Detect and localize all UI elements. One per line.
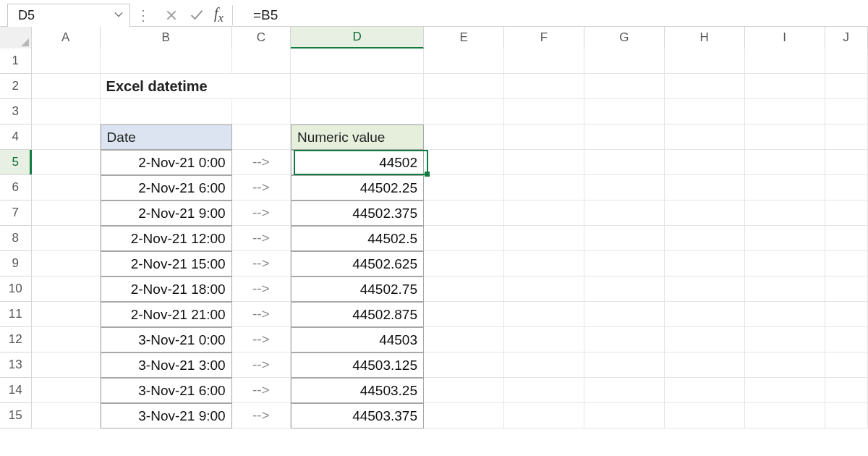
row-header-9[interactable]: 9 (0, 251, 32, 276)
header-date[interactable]: Date (101, 124, 232, 150)
cell-D9[interactable]: 44502.625 (291, 251, 424, 276)
cell-H13[interactable] (665, 352, 745, 378)
cell-J3[interactable] (825, 99, 869, 124)
col-header-F[interactable]: F (504, 27, 584, 48)
cell-F11[interactable] (504, 302, 584, 327)
cell-G3[interactable] (584, 99, 665, 124)
cell-H15[interactable] (665, 403, 745, 428)
cell-E14[interactable] (424, 378, 504, 403)
cell-B1[interactable] (101, 48, 232, 74)
cell-C12[interactable]: --> (232, 327, 291, 352)
cell-F13[interactable] (504, 352, 584, 378)
cell-C13[interactable]: --> (232, 352, 291, 378)
row-header-3[interactable]: 3 (0, 99, 32, 124)
row-header-10[interactable]: 10 (0, 276, 32, 302)
col-header-A[interactable]: A (32, 27, 101, 48)
cell-I5[interactable] (745, 150, 825, 175)
cell-I13[interactable] (745, 352, 825, 378)
chevron-down-icon[interactable] (114, 9, 124, 22)
cell-J2[interactable] (825, 74, 869, 99)
cell-F15[interactable] (504, 403, 584, 428)
cell-G13[interactable] (584, 352, 665, 378)
cell-I2[interactable] (745, 74, 825, 99)
col-header-G[interactable]: G (584, 27, 665, 48)
cell-G11[interactable] (584, 302, 665, 327)
cell-J9[interactable] (825, 251, 868, 276)
cell-B3[interactable] (101, 99, 232, 124)
header-numeric[interactable]: Numeric value (291, 124, 424, 150)
cell-F3[interactable] (504, 99, 584, 124)
cancel-formula-button[interactable] (165, 9, 178, 22)
cell-C6[interactable]: --> (232, 175, 291, 200)
cell-C9[interactable]: --> (232, 251, 291, 276)
cell-F7[interactable] (504, 200, 584, 226)
cell-D14[interactable]: 44503.25 (291, 378, 424, 403)
row-header-8[interactable]: 8 (0, 226, 32, 251)
cell-E4[interactable] (424, 124, 504, 150)
cell-A15[interactable] (32, 403, 101, 428)
row-header-13[interactable]: 13 (0, 352, 32, 378)
cell-D12[interactable]: 44503// no time value (291, 327, 424, 352)
cell-E9[interactable] (424, 251, 504, 276)
cell-H10[interactable] (665, 276, 745, 302)
cell-F2[interactable] (504, 74, 584, 99)
row-header-14[interactable]: 14 (0, 378, 32, 403)
cell-J11[interactable] (825, 302, 868, 327)
cell-H4[interactable] (665, 124, 745, 150)
cell-E12[interactable] (424, 327, 504, 352)
cell-F5[interactable] (504, 150, 584, 175)
cell-C11[interactable]: --> (232, 302, 291, 327)
cell-E7[interactable] (424, 200, 504, 226)
select-all-corner[interactable] (0, 27, 32, 48)
cell-G5[interactable] (584, 150, 665, 175)
cell-D10[interactable]: 44502.75 (291, 276, 424, 302)
name-box[interactable]: D5 (7, 4, 130, 28)
cell-H7[interactable] (665, 200, 745, 226)
formula-input[interactable]: =B5 (240, 7, 868, 23)
cell-A7[interactable] (32, 200, 101, 226)
cell-C5[interactable]: --> (232, 150, 291, 175)
cell-A10[interactable] (32, 276, 101, 302)
cell-H2[interactable] (665, 74, 745, 99)
cell-J5[interactable] (825, 150, 868, 175)
cell-G10[interactable] (584, 276, 665, 302)
cell-G15[interactable] (584, 403, 665, 428)
cell-H12[interactable] (665, 327, 745, 352)
fx-icon[interactable]: fx (214, 5, 224, 25)
cell-A11[interactable] (32, 302, 101, 327)
cell-F8[interactable] (504, 226, 584, 251)
cell-I4[interactable] (745, 124, 825, 150)
cell-G2[interactable] (584, 74, 665, 99)
cell-A14[interactable] (32, 378, 101, 403)
cell-J13[interactable] (825, 352, 868, 378)
cell-F12[interactable] (504, 327, 584, 352)
cell-A4[interactable] (32, 124, 101, 150)
cell-H8[interactable] (665, 226, 745, 251)
cell-B10[interactable]: 2-Nov-21 18:00 (101, 276, 232, 302)
cell-C1[interactable] (232, 48, 291, 74)
cell-B12[interactable]: 3-Nov-21 0:00 (101, 327, 232, 352)
col-header-J[interactable]: J (825, 27, 868, 48)
col-header-B[interactable]: B (101, 27, 232, 48)
cell-G8[interactable] (584, 226, 665, 251)
cell-H9[interactable] (665, 251, 745, 276)
cell-A6[interactable] (32, 175, 101, 200)
cell-D2[interactable] (291, 74, 424, 99)
confirm-formula-button[interactable] (190, 8, 204, 22)
cell-A13[interactable] (32, 352, 101, 378)
cell-G1[interactable] (584, 48, 665, 74)
cell-D1[interactable] (291, 48, 424, 74)
cell-B9[interactable]: 2-Nov-21 15:00 (101, 251, 232, 276)
cell-A5[interactable] (32, 150, 101, 175)
row-header-12[interactable]: 12 (0, 327, 32, 352)
cell-J1[interactable] (825, 48, 869, 74)
row-header-4[interactable]: 4 (0, 124, 32, 150)
cell-B6[interactable]: 2-Nov-21 6:00 (101, 175, 232, 200)
cell-D3[interactable] (291, 99, 424, 124)
cell-C15[interactable]: --> (232, 403, 291, 428)
row-header-5[interactable]: 5 (0, 150, 32, 175)
cell-E1[interactable] (424, 48, 504, 74)
cell-G9[interactable] (584, 251, 665, 276)
cell-F14[interactable] (504, 378, 584, 403)
cell-G6[interactable] (584, 175, 665, 200)
